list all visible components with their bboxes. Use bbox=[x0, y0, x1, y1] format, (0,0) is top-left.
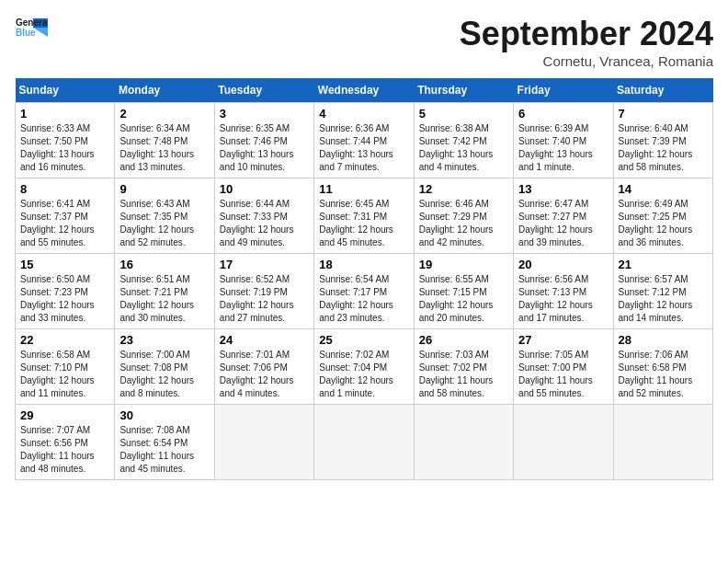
cell-details: Sunrise: 6:41 AM Sunset: 7:37 PM Dayligh… bbox=[20, 198, 109, 249]
day-number: 30 bbox=[119, 408, 209, 422]
cell-details: Sunrise: 7:01 AM Sunset: 7:06 PM Dayligh… bbox=[220, 349, 309, 400]
cell-details: Sunrise: 7:02 AM Sunset: 7:04 PM Dayligh… bbox=[319, 349, 408, 400]
calendar-cell: 9Sunrise: 6:43 AM Sunset: 7:35 PM Daylig… bbox=[115, 178, 214, 254]
calendar-week-2: 8Sunrise: 6:41 AM Sunset: 7:37 PM Daylig… bbox=[16, 178, 713, 254]
calendar-cell: 12Sunrise: 6:46 AM Sunset: 7:29 PM Dayli… bbox=[414, 178, 513, 254]
calendar-cell bbox=[214, 405, 313, 480]
cell-details: Sunrise: 7:03 AM Sunset: 7:02 PM Dayligh… bbox=[419, 349, 508, 400]
day-number: 5 bbox=[419, 107, 508, 121]
day-number: 25 bbox=[319, 333, 408, 347]
cell-details: Sunrise: 7:06 AM Sunset: 6:58 PM Dayligh… bbox=[619, 349, 708, 400]
column-header-sunday: Sunday bbox=[16, 78, 115, 103]
cell-details: Sunrise: 7:00 AM Sunset: 7:08 PM Dayligh… bbox=[119, 349, 209, 400]
calendar-cell: 14Sunrise: 6:49 AM Sunset: 7:25 PM Dayli… bbox=[613, 178, 712, 254]
cell-details: Sunrise: 6:52 AM Sunset: 7:19 PM Dayligh… bbox=[220, 273, 309, 325]
calendar-cell: 28Sunrise: 7:06 AM Sunset: 6:58 PM Dayli… bbox=[613, 329, 712, 405]
calendar-cell: 21Sunrise: 6:57 AM Sunset: 7:12 PM Dayli… bbox=[613, 254, 712, 329]
calendar-cell: 23Sunrise: 7:00 AM Sunset: 7:08 PM Dayli… bbox=[115, 329, 214, 405]
cell-details: Sunrise: 6:38 AM Sunset: 7:42 PM Dayligh… bbox=[419, 122, 508, 174]
cell-details: Sunrise: 6:49 AM Sunset: 7:25 PM Dayligh… bbox=[619, 198, 708, 249]
column-header-saturday: Saturday bbox=[613, 78, 712, 103]
column-header-tuesday: Tuesday bbox=[214, 78, 313, 103]
calendar-cell bbox=[613, 405, 712, 480]
day-number: 18 bbox=[319, 258, 408, 271]
cell-details: Sunrise: 6:36 AM Sunset: 7:44 PM Dayligh… bbox=[319, 122, 408, 174]
location: Cornetu, Vrancea, Romania bbox=[460, 53, 713, 69]
day-number: 2 bbox=[119, 107, 209, 121]
calendar-cell: 8Sunrise: 6:41 AM Sunset: 7:37 PM Daylig… bbox=[16, 178, 115, 254]
cell-details: Sunrise: 7:05 AM Sunset: 7:00 PM Dayligh… bbox=[518, 349, 608, 400]
calendar-cell: 25Sunrise: 7:02 AM Sunset: 7:04 PM Dayli… bbox=[314, 329, 414, 405]
logo: General Blue bbox=[15, 15, 48, 40]
day-number: 14 bbox=[619, 182, 708, 196]
day-number: 20 bbox=[518, 258, 608, 271]
calendar-week-4: 22Sunrise: 6:58 AM Sunset: 7:10 PM Dayli… bbox=[16, 329, 713, 405]
day-number: 22 bbox=[20, 333, 109, 347]
calendar-cell: 4Sunrise: 6:36 AM Sunset: 7:44 PM Daylig… bbox=[314, 103, 414, 178]
cell-details: Sunrise: 6:58 AM Sunset: 7:10 PM Dayligh… bbox=[20, 349, 109, 400]
calendar-cell: 27Sunrise: 7:05 AM Sunset: 7:00 PM Dayli… bbox=[514, 329, 613, 405]
cell-details: Sunrise: 6:47 AM Sunset: 7:27 PM Dayligh… bbox=[518, 198, 608, 249]
day-number: 23 bbox=[119, 333, 209, 347]
calendar-cell: 11Sunrise: 6:45 AM Sunset: 7:31 PM Dayli… bbox=[314, 178, 414, 254]
column-header-friday: Friday bbox=[514, 78, 613, 103]
svg-text:General: General bbox=[16, 17, 48, 28]
calendar-cell: 29Sunrise: 7:07 AM Sunset: 6:56 PM Dayli… bbox=[16, 405, 115, 480]
calendar-cell: 1Sunrise: 6:33 AM Sunset: 7:50 PM Daylig… bbox=[16, 103, 115, 178]
logo-icon: General Blue bbox=[15, 15, 48, 40]
day-number: 15 bbox=[20, 258, 109, 271]
day-number: 16 bbox=[119, 258, 209, 271]
day-number: 7 bbox=[619, 107, 708, 121]
title-block: September 2024 Cornetu, Vrancea, Romania bbox=[460, 15, 713, 69]
day-number: 19 bbox=[419, 258, 508, 271]
cell-details: Sunrise: 6:33 AM Sunset: 7:50 PM Dayligh… bbox=[20, 122, 109, 174]
cell-details: Sunrise: 6:39 AM Sunset: 7:40 PM Dayligh… bbox=[518, 122, 608, 174]
day-number: 3 bbox=[220, 107, 309, 121]
day-number: 17 bbox=[220, 258, 309, 271]
cell-details: Sunrise: 7:07 AM Sunset: 6:56 PM Dayligh… bbox=[20, 424, 109, 476]
calendar-cell bbox=[414, 405, 513, 480]
day-number: 6 bbox=[518, 107, 608, 121]
calendar-week-5: 29Sunrise: 7:07 AM Sunset: 6:56 PM Dayli… bbox=[16, 405, 713, 480]
calendar-cell: 30Sunrise: 7:08 AM Sunset: 6:54 PM Dayli… bbox=[115, 405, 214, 480]
column-header-monday: Monday bbox=[115, 78, 214, 103]
cell-details: Sunrise: 7:08 AM Sunset: 6:54 PM Dayligh… bbox=[119, 424, 209, 476]
calendar-cell: 13Sunrise: 6:47 AM Sunset: 7:27 PM Dayli… bbox=[514, 178, 613, 254]
cell-details: Sunrise: 6:44 AM Sunset: 7:33 PM Dayligh… bbox=[220, 198, 309, 249]
day-number: 1 bbox=[20, 107, 109, 121]
cell-details: Sunrise: 6:40 AM Sunset: 7:39 PM Dayligh… bbox=[619, 122, 708, 174]
day-number: 9 bbox=[119, 182, 209, 196]
calendar-cell: 6Sunrise: 6:39 AM Sunset: 7:40 PM Daylig… bbox=[514, 103, 613, 178]
cell-details: Sunrise: 6:50 AM Sunset: 7:23 PM Dayligh… bbox=[20, 273, 109, 325]
month-title: September 2024 bbox=[460, 15, 713, 53]
calendar-cell: 17Sunrise: 6:52 AM Sunset: 7:19 PM Dayli… bbox=[214, 254, 313, 329]
calendar-header-row: SundayMondayTuesdayWednesdayThursdayFrid… bbox=[16, 78, 713, 103]
column-header-thursday: Thursday bbox=[414, 78, 513, 103]
day-number: 12 bbox=[419, 182, 508, 196]
cell-details: Sunrise: 6:57 AM Sunset: 7:12 PM Dayligh… bbox=[619, 273, 708, 325]
calendar-cell: 2Sunrise: 6:34 AM Sunset: 7:48 PM Daylig… bbox=[115, 103, 214, 178]
day-number: 26 bbox=[419, 333, 508, 347]
page-header: General Blue September 2024 Cornetu, Vra… bbox=[15, 15, 713, 69]
day-number: 13 bbox=[518, 182, 608, 196]
calendar-cell: 18Sunrise: 6:54 AM Sunset: 7:17 PM Dayli… bbox=[314, 254, 414, 329]
calendar-week-1: 1Sunrise: 6:33 AM Sunset: 7:50 PM Daylig… bbox=[16, 103, 713, 178]
calendar-cell: 26Sunrise: 7:03 AM Sunset: 7:02 PM Dayli… bbox=[414, 329, 513, 405]
calendar-cell: 24Sunrise: 7:01 AM Sunset: 7:06 PM Dayli… bbox=[214, 329, 313, 405]
calendar-cell: 20Sunrise: 6:56 AM Sunset: 7:13 PM Dayli… bbox=[514, 254, 613, 329]
day-number: 28 bbox=[619, 333, 708, 347]
calendar-cell: 16Sunrise: 6:51 AM Sunset: 7:21 PM Dayli… bbox=[115, 254, 214, 329]
calendar-cell bbox=[314, 405, 414, 480]
calendar-cell: 3Sunrise: 6:35 AM Sunset: 7:46 PM Daylig… bbox=[214, 103, 313, 178]
calendar-week-3: 15Sunrise: 6:50 AM Sunset: 7:23 PM Dayli… bbox=[16, 254, 713, 329]
day-number: 10 bbox=[220, 182, 309, 196]
cell-details: Sunrise: 6:45 AM Sunset: 7:31 PM Dayligh… bbox=[319, 198, 408, 249]
svg-text:Blue: Blue bbox=[16, 28, 36, 38]
day-number: 21 bbox=[619, 258, 708, 271]
cell-details: Sunrise: 6:34 AM Sunset: 7:48 PM Dayligh… bbox=[119, 122, 209, 174]
calendar-cell: 5Sunrise: 6:38 AM Sunset: 7:42 PM Daylig… bbox=[414, 103, 513, 178]
day-number: 27 bbox=[518, 333, 608, 347]
cell-details: Sunrise: 6:35 AM Sunset: 7:46 PM Dayligh… bbox=[220, 122, 309, 174]
calendar-cell: 15Sunrise: 6:50 AM Sunset: 7:23 PM Dayli… bbox=[16, 254, 115, 329]
day-number: 29 bbox=[20, 408, 109, 422]
